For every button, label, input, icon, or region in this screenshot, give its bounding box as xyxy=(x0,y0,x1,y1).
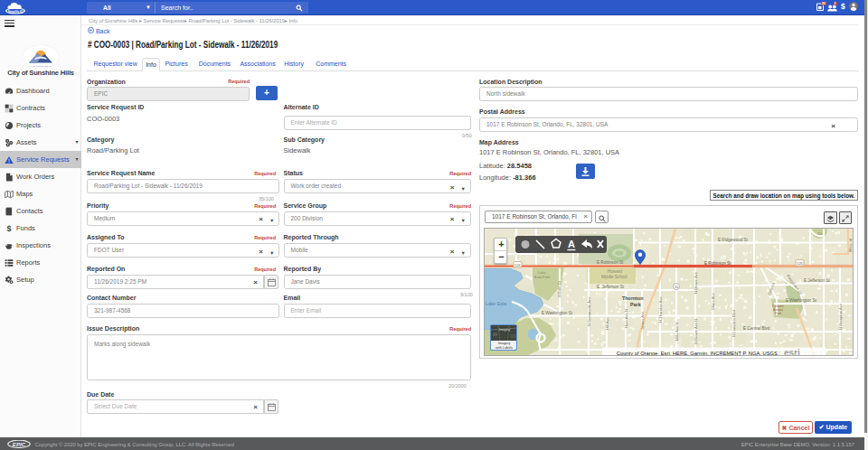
svg-text:esri: esri xyxy=(784,348,800,356)
svg-text:Eola Park: Eola Park xyxy=(534,275,550,279)
svg-text:526: 526 xyxy=(797,261,803,266)
svg-text:N Eola Dr: N Eola Dr xyxy=(557,280,561,297)
svg-text:E Robinson St: E Robinson St xyxy=(597,260,624,265)
svg-text:Imagery: Imagery xyxy=(498,328,510,332)
svg-text:Howard: Howard xyxy=(608,269,622,274)
svg-text:Lake Eola: Lake Eola xyxy=(486,301,506,306)
svg-text:Mills Ave N: Mills Ave N xyxy=(675,322,679,341)
svg-text:N Hampton Ave: N Hampton Ave xyxy=(838,303,843,330)
svg-text:E Central Blvd: E Central Blvd xyxy=(743,326,770,331)
svg-text:15: 15 xyxy=(675,286,678,289)
svg-text:Wescott: Wescott xyxy=(848,238,853,252)
svg-text:A: A xyxy=(568,239,575,249)
svg-text:E Robinson St: E Robinson St xyxy=(704,261,731,266)
svg-text:N Lawsona Blvd: N Lawsona Blvd xyxy=(731,309,736,337)
svg-text:N Summerlin Ave: N Summerlin Ave xyxy=(587,296,591,326)
svg-text:E. Jefferson St: E. Jefferson St xyxy=(597,285,625,289)
svg-text:Park: Park xyxy=(630,302,641,307)
svg-text:Thornton: Thornton xyxy=(622,295,644,301)
svg-text:N Brown Ave: N Brown Ave xyxy=(693,271,698,294)
svg-text:James Ave: James Ave xyxy=(640,311,645,330)
svg-text:Shine Ave: Shine Ave xyxy=(711,293,715,310)
svg-text:Middle School: Middle School xyxy=(601,275,627,279)
svg-text:N Brown Ave N: N Brown Ave N xyxy=(693,319,698,344)
svg-text:Hill Ave: Hill Ave xyxy=(605,316,609,330)
svg-text:E Jefferson St: E Jefferson St xyxy=(804,278,830,283)
svg-text:526: 526 xyxy=(514,263,521,267)
svg-text:CITY OF SUNSHINE HILLS: CITY OF SUNSHINE HILLS xyxy=(26,65,54,68)
svg-text:Simplify IQ: Simplify IQ xyxy=(8,10,24,14)
svg-text:Cir: Cir xyxy=(817,231,823,236)
svg-text:Park: Park xyxy=(775,312,782,315)
svg-text:E Ridgewood St: E Ridgewood St xyxy=(718,238,749,242)
svg-text:Hyer Ave N: Hyer Ave N xyxy=(624,309,628,328)
svg-text:E Washington St: E Washington St xyxy=(786,298,817,303)
svg-text:EPIC: EPIC xyxy=(13,440,26,446)
svg-text:County of Orange, Esri, HERE,: County of Orange, Esri, HERE, Garmin, IN… xyxy=(617,351,778,356)
svg-text:N Thornton Ave: N Thornton Ave xyxy=(658,295,663,323)
svg-text:E Washington St: E Washington St xyxy=(542,311,573,315)
